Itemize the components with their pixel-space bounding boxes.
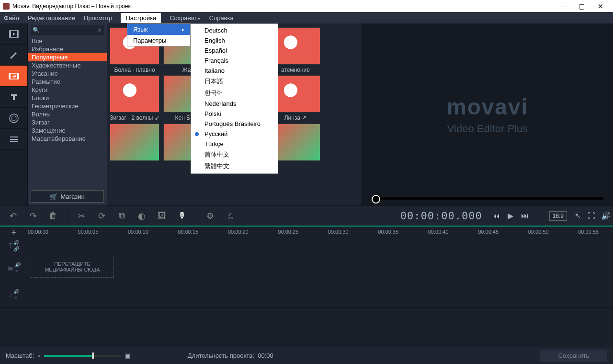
tool-rail (0, 23, 28, 205)
lang-option[interactable]: Português Brasileiro (191, 119, 278, 129)
delete-button[interactable]: 🗑 (45, 208, 61, 224)
zoom-slider[interactable] (44, 355, 121, 357)
rail-more-button[interactable] (0, 129, 27, 150)
menu-help[interactable]: Справка (209, 14, 234, 22)
menu-edit[interactable]: Редактирование (28, 14, 75, 22)
category-item[interactable]: Популярные (28, 53, 107, 61)
rail-transitions-button[interactable] (0, 66, 27, 87)
svg-rect-5 (17, 73, 19, 79)
lang-option[interactable]: Nederlands (191, 99, 278, 109)
rail-stickers-button[interactable] (0, 108, 27, 129)
category-item[interactable]: Замещение (28, 126, 107, 135)
play-button[interactable]: ▶ (503, 209, 518, 223)
category-item[interactable]: Блоки (28, 94, 107, 102)
category-item[interactable]: Избранное (28, 45, 107, 53)
category-item[interactable]: Геометрические (28, 102, 107, 110)
category-search[interactable]: 🔍 ✕ (31, 25, 104, 35)
menu-settings[interactable]: Настройки (121, 13, 161, 23)
lang-option[interactable]: Deutsch (191, 25, 278, 35)
category-item[interactable]: Круги (28, 86, 107, 94)
category-item[interactable]: Художественные (28, 61, 107, 69)
lang-option[interactable]: 日本語 (191, 76, 278, 87)
maximize-button[interactable]: ▢ (572, 2, 591, 10)
redo-button[interactable]: ↷ (25, 208, 41, 224)
rail-titles-button[interactable] (0, 87, 27, 108)
next-frame-button[interactable]: ⏭ (518, 209, 532, 223)
cart-icon: 🛒 (50, 193, 57, 200)
lang-option[interactable]: English (191, 35, 278, 46)
title-track[interactable]: T🔊🔗 (0, 237, 613, 254)
menu-bar: Файл Редактирование Просмотр Настройки С… (0, 12, 613, 23)
save-button[interactable]: Сохранить (540, 350, 607, 362)
status-bar: Масштаб: ▫ ▣ Длительность проекта: 00:00… (0, 347, 613, 364)
undo-button[interactable]: ↶ (5, 208, 21, 224)
menu-file[interactable]: Файл (4, 14, 19, 22)
video-track-icon: ▣ (8, 264, 14, 272)
window-titlebar: Movavi Видеоредактор Плюс – Новый проект… (0, 0, 613, 12)
lang-option[interactable]: 繁體中文 (191, 160, 278, 172)
media-dropzone[interactable]: ПЕРЕТАЩИТЕ МЕДИАФАЙЛЫ СЮДА (31, 256, 114, 278)
close-button[interactable]: ✕ (591, 2, 610, 10)
lang-option-selected[interactable]: Русский (191, 129, 278, 139)
transition-thumb[interactable] (109, 124, 160, 161)
audio-track[interactable]: ♪🔊✕ (0, 281, 613, 308)
zoom-out-icon[interactable]: ▫ (38, 352, 40, 359)
settings-dropdown: Язык ▸ Параметры (127, 23, 191, 46)
crop-button[interactable]: ⧉ (114, 208, 130, 224)
zoom-fit-icon[interactable]: ▣ (125, 352, 130, 359)
language-dropdown: Deutsch English Español Français Italian… (191, 23, 278, 174)
image-button[interactable]: 🖼 (154, 208, 170, 224)
add-track-button[interactable]: ＋ (0, 226, 28, 238)
audio-track-icon: ♪ (9, 291, 12, 298)
rotate-button[interactable]: ⟳ (93, 208, 110, 224)
category-item[interactable]: Размытие (28, 78, 107, 86)
category-item[interactable]: Волны (28, 110, 107, 118)
lang-option[interactable]: Italiano (191, 66, 278, 76)
search-icon: 🔍 (33, 27, 40, 34)
category-item[interactable]: Угасание (28, 69, 107, 78)
clear-search-icon[interactable]: ✕ (97, 27, 102, 34)
menu-save[interactable]: Сохранить (170, 14, 201, 22)
lang-option[interactable]: Français (191, 56, 278, 66)
lang-option[interactable]: Türkçe (191, 139, 278, 149)
timecode-display: 00:00:00.000 (400, 210, 482, 222)
lang-option[interactable]: 简体中文 (191, 149, 278, 160)
app-logo-icon (3, 3, 10, 10)
svg-point-7 (11, 116, 16, 121)
lang-option[interactable]: 한국어 (191, 87, 278, 99)
shop-button[interactable]: 🛒 Магазин (31, 190, 104, 203)
mic-button[interactable]: 🎙 (174, 208, 190, 224)
prev-frame-button[interactable]: ⏮ (489, 209, 503, 223)
menu-view[interactable]: Просмотр (84, 14, 112, 22)
video-track[interactable]: ▣🔊✕ ПЕРЕТАЩИТЕ МЕДИАФАЙЛЫ СЮДА (0, 254, 613, 281)
svg-rect-1 (10, 31, 11, 37)
aspect-ratio-button[interactable]: 16:9 (549, 211, 567, 221)
minimize-button[interactable]: — (553, 2, 572, 10)
svg-rect-4 (9, 73, 11, 79)
edit-toolbar: ↶ ↷ 🗑 ✂ ⟳ ⧉ ◐ 🖼 🎙 ⚙ ⎌ 00:00:00.000 ⏮ ▶ ⏭… (0, 205, 613, 226)
category-panel: 🔍 ✕ Все Избранное Популярные Художествен… (28, 23, 107, 205)
preview-scrubber[interactable] (372, 197, 603, 200)
category-item[interactable]: Зигзаг (28, 118, 107, 126)
svg-rect-2 (17, 31, 18, 37)
popout-button[interactable]: ⇱ (570, 209, 584, 223)
category-item[interactable]: Все (28, 37, 107, 45)
menu-language[interactable]: Язык ▸ (127, 24, 190, 35)
lang-option[interactable]: Español (191, 46, 278, 56)
lang-option[interactable]: Polski (191, 109, 278, 119)
rail-filters-button[interactable] (0, 45, 27, 66)
time-ruler[interactable]: ＋ 00:00:00 00:00:05 00:00:10 00:00:15 00… (0, 227, 613, 237)
text-track-icon: T (9, 242, 13, 250)
rail-media-button[interactable] (0, 23, 27, 45)
transition-thumb[interactable]: Зигзаг - 2 волны ↙ (109, 75, 160, 121)
preview-panel: movavi Video Editor Plus (362, 23, 613, 205)
zoom-label: Масштаб: (6, 352, 34, 359)
cut-button[interactable]: ✂ (73, 208, 90, 224)
equalizer-button[interactable]: ⎌ (222, 208, 238, 224)
menu-parameters[interactable]: Параметры (127, 35, 190, 46)
color-button[interactable]: ◐ (134, 208, 150, 224)
category-item[interactable]: Масштабирование (28, 135, 107, 143)
settings-gear-button[interactable]: ⚙ (202, 208, 218, 224)
fullscreen-button[interactable]: ⛶ (584, 209, 599, 223)
volume-button[interactable]: 🔊 (599, 209, 613, 223)
